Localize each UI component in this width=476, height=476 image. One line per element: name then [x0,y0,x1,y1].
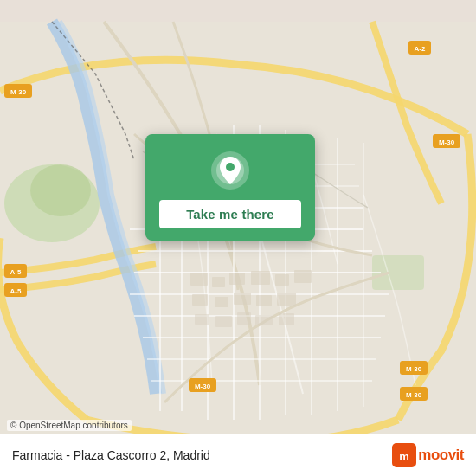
svg-rect-46 [192,294,208,306]
svg-text:A-5: A-5 [10,287,22,295]
svg-rect-50 [277,293,296,306]
svg-text:m: m [399,450,409,463]
osm-attribution: © OpenStreetMap contributors [7,420,132,431]
svg-text:M-30: M-30 [406,391,422,399]
svg-rect-52 [215,316,232,327]
svg-rect-54 [255,315,273,325]
location-name: Farmacia - Plaza Cascorro 2, Madrid [12,448,392,462]
svg-rect-40 [190,273,208,286]
moovit-logo: m moovit [392,443,464,467]
svg-rect-43 [251,271,270,285]
moovit-logo-text: moovit [418,447,464,464]
svg-text:M-30: M-30 [195,383,211,390]
svg-rect-55 [279,313,294,325]
bottom-bar: Farmacia - Plaza Cascorro 2, Madrid m mo… [0,434,476,476]
svg-rect-49 [256,295,272,306]
svg-rect-45 [294,270,312,283]
svg-text:A-2: A-2 [415,45,426,53]
svg-point-63 [226,163,235,171]
svg-text:M-30: M-30 [406,365,422,373]
svg-rect-41 [212,277,225,287]
svg-rect-48 [234,293,251,305]
moovit-logo-icon: m [392,443,416,467]
svg-rect-53 [237,312,251,325]
svg-rect-47 [215,297,228,307]
svg-rect-44 [275,274,289,286]
svg-rect-42 [229,273,245,285]
svg-text:M-30: M-30 [439,138,455,146]
svg-text:M-30: M-30 [10,88,27,96]
location-card: Take me there [145,134,315,241]
map-container: M-30 M-30 M-30 M-30 A-5 A-5 A-2 M-30 [0,0,476,476]
location-pin-icon [209,150,251,191]
take-me-there-button[interactable]: Take me there [159,200,301,228]
svg-text:A-5: A-5 [10,268,22,276]
svg-rect-51 [195,314,209,325]
svg-point-2 [30,164,91,216]
